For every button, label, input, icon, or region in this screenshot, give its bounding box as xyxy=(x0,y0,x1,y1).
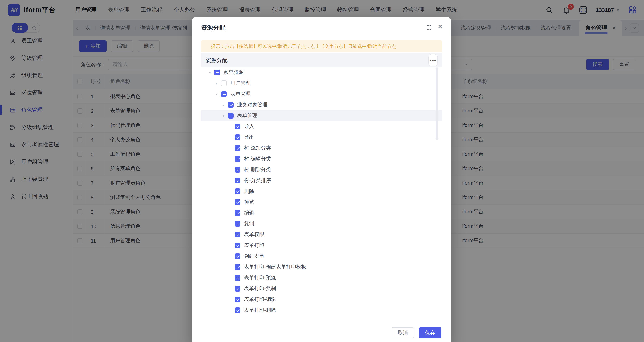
tree-node-checkbox[interactable] xyxy=(235,134,240,140)
tree-node-label[interactable]: 树-添加分类 xyxy=(244,145,271,151)
tree-node-label[interactable]: 删除 xyxy=(244,188,254,195)
modal-close-icon[interactable]: ✕ xyxy=(437,24,443,30)
tree-node-checkbox[interactable] xyxy=(235,189,240,194)
caret-icon[interactable]: ▾ xyxy=(221,114,226,118)
modal-title: 资源分配 xyxy=(201,23,225,32)
tree-node-checkbox[interactable] xyxy=(235,167,240,173)
tree-node-checkbox[interactable] xyxy=(235,210,240,216)
tree-node-label[interactable]: 导出 xyxy=(244,134,254,140)
tree-node-checkbox[interactable] xyxy=(235,243,240,248)
tree-node[interactable]: ▾ 表单管理 xyxy=(201,89,442,99)
tree-node-label[interactable]: 表单权限 xyxy=(244,231,264,238)
tree-node-label[interactable]: 树-删除分类 xyxy=(244,166,271,173)
tree-node-checkbox[interactable] xyxy=(235,199,240,205)
tree-node-checkbox[interactable] xyxy=(235,124,240,129)
tree-node-label[interactable]: 表单打印-复制 xyxy=(244,285,276,292)
tree-node-label[interactable]: 表单管理 xyxy=(230,91,250,97)
tree-node-checkbox[interactable] xyxy=(235,297,240,302)
tree-node-label[interactable]: 复制 xyxy=(244,221,254,227)
tree-node-checkbox[interactable] xyxy=(228,113,234,119)
tree-node-label[interactable]: 表单管理 xyxy=(237,112,258,119)
tree-node-label[interactable]: 表单打印 xyxy=(244,242,264,249)
tree-node[interactable]: ▾ 表单管理 xyxy=(201,110,442,121)
tree-node-label[interactable]: 用户管理 xyxy=(230,80,250,86)
tree-panel-title: 资源分配 xyxy=(206,57,228,64)
tree-node-label[interactable]: 业务对象管理 xyxy=(237,102,268,108)
tree-node[interactable]: 表单权限 xyxy=(201,229,442,240)
tree-node-label[interactable]: 预览 xyxy=(244,199,254,205)
save-button[interactable]: 保存 xyxy=(419,327,441,338)
tree-node-label[interactable]: 系统资源 xyxy=(224,69,244,76)
application-window: AK iform平台 用户管理表单管理工作流程个人办公系统管理报表管理代码管理监… xyxy=(0,0,644,342)
tree-node[interactable]: 树-编辑分类 xyxy=(201,153,442,164)
tree-node-label[interactable]: 表单打印-创建表单打印模板 xyxy=(244,264,306,270)
tree-node[interactable]: 编辑 xyxy=(201,208,442,218)
tree-node-label[interactable]: 表单打印-预览 xyxy=(244,275,276,281)
tree-node-label[interactable]: 导入 xyxy=(244,123,254,130)
tree-node-checkbox[interactable] xyxy=(221,80,227,86)
tree-node-checkbox[interactable] xyxy=(235,264,240,270)
tree-node-checkbox[interactable] xyxy=(235,275,240,281)
tree-node[interactable]: 表单打印-编辑 xyxy=(201,294,442,305)
tree-node[interactable]: ▸ 业务对象管理 xyxy=(201,99,442,110)
tree-node-checkbox[interactable] xyxy=(235,307,240,313)
tree-node-label[interactable]: 树-分类排序 xyxy=(244,177,271,184)
caret-icon[interactable]: ▾ xyxy=(207,70,212,74)
caret-icon[interactable]: ▸ xyxy=(214,81,219,85)
tree-panel-more-button[interactable]: ●●● xyxy=(428,54,438,66)
tree-node[interactable]: 导入 xyxy=(201,121,442,132)
tree-node-checkbox[interactable] xyxy=(235,286,240,291)
tree-node[interactable]: 树-分类排序 xyxy=(201,175,442,186)
modal-footer: 取消 保存 xyxy=(392,327,441,338)
tree-node-checkbox[interactable] xyxy=(235,145,240,151)
caret-icon[interactable]: ▸ xyxy=(221,103,226,107)
tree-node-label[interactable]: 表单打印-编辑 xyxy=(244,296,276,303)
tree-node-label[interactable]: 表单打印-删除 xyxy=(244,307,276,313)
scrollbar-thumb[interactable] xyxy=(436,67,438,140)
tree-node[interactable]: 预览 xyxy=(201,197,442,208)
tree-node[interactable]: 表单打印-预览 xyxy=(201,272,442,283)
resource-allocation-modal: 资源分配 ✕ 提示：点击【多选框】可以选中/取消儿子节点，点击【文字节点】只能选… xyxy=(192,17,451,342)
tree-node[interactable]: 创建表单 xyxy=(201,251,442,262)
caret-icon[interactable]: ▾ xyxy=(214,92,219,96)
resource-tree: ▾ 系统资源 ▸ 用户管理 ▾ 表单管理 ▸ 业务对象管理 ▾ 表单管理 导入 … xyxy=(201,67,442,313)
tree-node[interactable]: 删除 xyxy=(201,186,442,197)
tree-panel-header: 资源分配 ●●● xyxy=(201,53,442,67)
tree-node-checkbox[interactable] xyxy=(221,91,227,97)
tree-node[interactable]: ▾ 系统资源 xyxy=(201,67,442,78)
tree-node[interactable]: 表单打印-删除 xyxy=(201,305,442,313)
tree-node-checkbox[interactable] xyxy=(235,253,240,259)
tree-node[interactable]: ▸ 用户管理 xyxy=(201,78,442,89)
tree-node-checkbox[interactable] xyxy=(235,156,240,162)
cancel-button[interactable]: 取消 xyxy=(392,327,414,338)
tree-node[interactable]: 导出 xyxy=(201,132,442,143)
tree-node[interactable]: 表单打印-创建表单打印模板 xyxy=(201,262,442,272)
tree-node[interactable]: 表单打印 xyxy=(201,240,442,251)
tree-node[interactable]: 复制 xyxy=(201,218,442,229)
tree-node-label[interactable]: 编辑 xyxy=(244,210,254,216)
tree-node-checkbox[interactable] xyxy=(235,232,240,238)
modal-header: 资源分配 ✕ xyxy=(192,17,451,38)
modal-hint-banner: 提示：点击【多选框】可以选中/取消儿子节点，点击【文字节点】只能选中/取消当前节… xyxy=(201,40,442,52)
tree-node[interactable]: 树-添加分类 xyxy=(201,143,442,153)
tree-node-checkbox[interactable] xyxy=(214,70,220,75)
modal-fullscreen-icon[interactable] xyxy=(426,25,432,30)
tree-node[interactable]: 表单打印-复制 xyxy=(201,283,442,294)
tree-node-checkbox[interactable] xyxy=(235,221,240,227)
tree-node-checkbox[interactable] xyxy=(228,102,234,108)
tree-node-label[interactable]: 树-编辑分类 xyxy=(244,156,271,162)
tree-node-label[interactable]: 创建表单 xyxy=(244,253,264,259)
tree-node[interactable]: 树-删除分类 xyxy=(201,164,442,175)
tree-node-checkbox[interactable] xyxy=(235,178,240,184)
